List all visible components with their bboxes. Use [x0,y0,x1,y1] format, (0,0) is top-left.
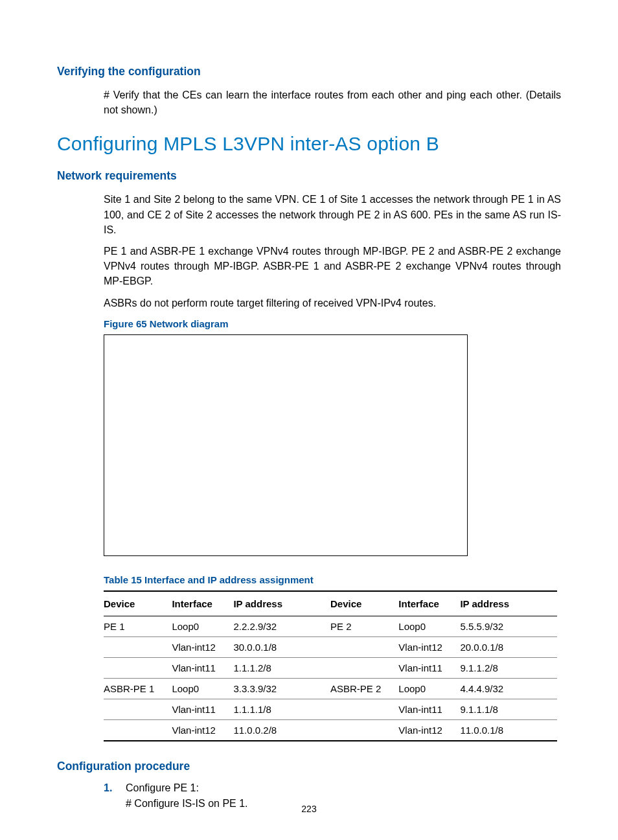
table-cell: 11.0.0.2/8 [233,719,330,741]
step-title: Configure PE 1: [126,782,561,794]
table-cell [104,657,172,678]
th-ip: IP address [460,591,557,616]
table-cell: ASBR-PE 2 [330,678,398,699]
table-cell: PE 2 [330,616,398,636]
heading-config-procedure: Configuration procedure [57,760,561,773]
table-cell: Vlan-int12 [172,636,233,657]
table-cell: Loop0 [172,616,233,636]
heading-main: Configuring MPLS L3VPN inter-AS option B [57,133,561,155]
table-cell: 20.0.0.1/8 [460,636,557,657]
table-row: ASBR-PE 1Loop03.3.3.9/32ASBR-PE 2Loop04.… [104,678,557,699]
table-row: PE 1Loop02.2.2.9/32PE 2Loop05.5.5.9/32 [104,616,557,636]
paragraph: # Verify that the CEs can learn the inte… [104,88,561,117]
th-device: Device [330,591,398,616]
table-cell: Loop0 [398,678,460,699]
table-cell [330,657,398,678]
table-cell: 9.1.1.2/8 [460,657,557,678]
table-cell: 1.1.1.2/8 [233,657,330,678]
table-row: Vlan-int111.1.1.1/8Vlan-int119.1.1.1/8 [104,699,557,719]
table-cell: Loop0 [398,616,460,636]
paragraph: PE 1 and ASBR-PE 1 exchange VPNv4 routes… [104,244,561,289]
figure-network-diagram [104,334,468,556]
body-requirements: Site 1 and Site 2 belong to the same VPN… [104,192,561,310]
th-interface: Interface [172,591,233,616]
th-interface: Interface [398,591,460,616]
table-cell: Vlan-int11 [398,657,460,678]
table-cell: Vlan-int11 [398,699,460,719]
table-cell: Loop0 [172,678,233,699]
table-cell: ASBR-PE 1 [104,678,172,699]
th-device: Device [104,591,172,616]
paragraph: Site 1 and Site 2 belong to the same VPN… [104,192,561,237]
table-cell: PE 1 [104,616,172,636]
table-cell [104,719,172,741]
table-cell: Vlan-int12 [398,636,460,657]
table-cell: 3.3.3.9/32 [233,678,330,699]
table-cell: 5.5.5.9/32 [460,616,557,636]
table-row: Vlan-int1211.0.0.2/8Vlan-int1211.0.0.1/8 [104,719,557,741]
page-number: 223 [0,804,618,814]
figure-caption: Figure 65 Network diagram [104,318,561,329]
table-row: Vlan-int1230.0.0.1/8Vlan-int1220.0.0.1/8 [104,636,557,657]
table-cell: 1.1.1.1/8 [233,699,330,719]
table-cell [330,699,398,719]
table-cell: Vlan-int11 [172,657,233,678]
heading-network-requirements: Network requirements [57,169,561,183]
table-cell [330,719,398,741]
table-row: Vlan-int111.1.1.2/8Vlan-int119.1.1.2/8 [104,657,557,678]
table-cell [330,636,398,657]
heading-verifying: Verifying the configuration [57,65,561,78]
table-cell: Vlan-int12 [398,719,460,741]
table-cell: Vlan-int12 [172,719,233,741]
body-verifying: # Verify that the CEs can learn the inte… [104,88,561,117]
paragraph: ASBRs do not perform route target filter… [104,296,561,310]
table-cell [104,699,172,719]
table-cell: Vlan-int11 [172,699,233,719]
table-cell [104,636,172,657]
table-cell: 2.2.2.9/32 [233,616,330,636]
table-cell: 9.1.1.1/8 [460,699,557,719]
table-cell: 30.0.0.1/8 [233,636,330,657]
table-cell: 11.0.0.1/8 [460,719,557,741]
th-ip: IP address [233,591,330,616]
table-caption: Table 15 Interface and IP address assign… [104,574,561,585]
ip-address-table: Device Interface IP address Device Inter… [104,590,557,741]
table-header-row: Device Interface IP address Device Inter… [104,591,557,616]
table-cell: 4.4.4.9/32 [460,678,557,699]
